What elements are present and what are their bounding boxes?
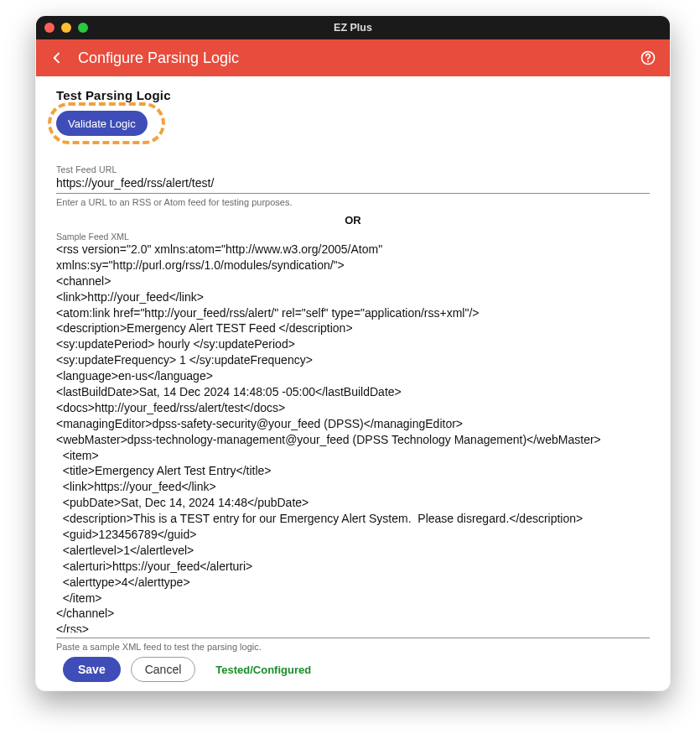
or-separator: OR: [56, 214, 650, 226]
validate-area: Validate Logic: [56, 111, 650, 153]
content-body: Test Parsing Logic Validate Logic Test F…: [36, 76, 670, 690]
sample-xml-hint: Paste a sample XML feed to test the pars…: [56, 642, 650, 652]
titlebar: EZ Plus: [36, 16, 670, 39]
sample-xml-field: Sample Feed XML Paste a sample XML feed …: [56, 230, 650, 652]
status-tested-configured: Tested/Configured: [215, 664, 311, 676]
app-window: EZ Plus Configure Parsing Logic Test Par…: [35, 15, 671, 691]
svg-point-1: [647, 60, 649, 62]
help-button[interactable]: [638, 48, 658, 68]
sample-xml-textarea[interactable]: [56, 242, 650, 632]
app-title: EZ Plus: [36, 22, 670, 34]
page-title: Configure Parsing Logic: [78, 49, 239, 67]
app-header: Configure Parsing Logic: [36, 39, 670, 76]
footer: Save Cancel Tested/Configured: [56, 652, 650, 690]
divider: [56, 638, 650, 638]
back-button[interactable]: [48, 49, 66, 67]
validate-logic-button[interactable]: Validate Logic: [56, 111, 148, 136]
chevron-left-icon: [50, 51, 64, 65]
cancel-button[interactable]: Cancel: [131, 657, 196, 682]
section-title: Test Parsing Logic: [56, 88, 650, 102]
test-feed-url-input[interactable]: [56, 174, 650, 194]
help-icon: [640, 49, 656, 66]
test-feed-url-hint: Enter a URL to an RSS or Atom feed for t…: [56, 197, 650, 207]
sample-xml-label: Sample Feed XML: [56, 232, 650, 242]
save-button[interactable]: Save: [63, 657, 121, 682]
test-feed-url-label: Test Feed URL: [56, 164, 650, 174]
test-feed-url-field: Test Feed URL Enter a URL to an RSS or A…: [56, 164, 650, 207]
